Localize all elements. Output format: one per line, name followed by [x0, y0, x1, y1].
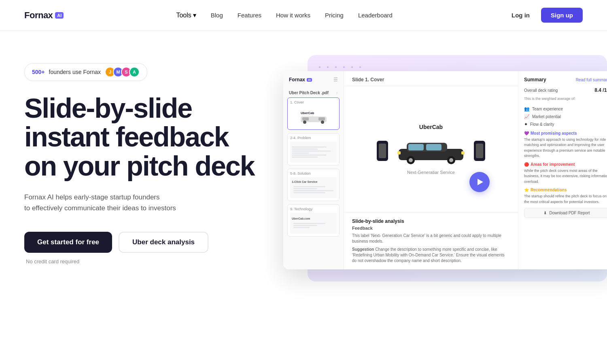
metric-market: 📈 Market potential — [524, 114, 607, 119]
preview-sidebar: Fornax AI ☰ Uber Pitch Deck .pdf ↑ 1. Co… — [283, 71, 344, 269]
thumb-line — [292, 154, 327, 156]
nav-links: Tools ▾ Blog Features How it works Prici… — [176, 11, 393, 19]
thumb-24-inner — [290, 142, 337, 163]
thumb-line — [293, 192, 325, 193]
slide-caption: Next-Generatiar Service — [407, 170, 455, 175]
svg-rect-41 — [426, 144, 441, 150]
badge-word: founders use Fornax — [49, 69, 101, 75]
logo: Fornax AI — [24, 10, 64, 21]
navbar: Fornax AI Tools ▾ Blog Features How it w… — [0, 0, 607, 31]
svg-point-37 — [321, 121, 324, 124]
svg-point-36 — [303, 121, 306, 124]
recommend-title: ⭐ Recommendations — [524, 188, 607, 192]
uber-cab-title: UberCab — [419, 124, 443, 130]
upload-icon: ↑ — [336, 91, 338, 95]
nav-item-pricing[interactable]: Pricing — [325, 12, 344, 19]
thumb-line — [292, 150, 331, 152]
download-button[interactable]: ⬇ Download PDF Report — [524, 208, 607, 218]
avatar-4: A — [129, 67, 140, 77]
most-promising-title: 💜 Most promising aspects — [524, 131, 607, 135]
svg-point-2 — [335, 66, 337, 68]
slide-content: UberCab — [344, 86, 518, 212]
get-started-button[interactable]: Get started for free — [24, 232, 112, 253]
metric-flow: ✦ Flow & clarity — [524, 122, 607, 127]
hero-headline: Slide-by-slide instant feedback on your … — [24, 94, 267, 180]
team-icon: 👥 — [524, 106, 530, 112]
slide-thumb-24[interactable]: 2-4. Problem — [287, 133, 340, 165]
svg-point-0 — [319, 66, 320, 68]
nav-item-tools[interactable]: Tools ▾ — [176, 11, 196, 19]
download-icon: ⬇ — [543, 211, 547, 215]
metric-team: 👥 Team experience — [524, 106, 607, 112]
hero-subtext: Fornax AI helps early-stage startup foun… — [24, 192, 267, 214]
read-full-link[interactable]: Read full summary — [576, 78, 607, 82]
nav-item-features[interactable]: Features — [238, 12, 261, 19]
slide-header: Slide 1. Cover — [344, 71, 518, 86]
preview-main: Slide 1. Cover UberCab — [344, 71, 518, 269]
thumb-cover-inner: UberCab — [290, 106, 337, 127]
analysis-title: Slide-by-slide analysis — [352, 218, 510, 224]
menu-icon: ☰ — [333, 77, 338, 83]
suggestion-text: Suggestion Change the description to som… — [352, 247, 510, 264]
summary-title: Summary — [524, 77, 546, 83]
nav-item-how-it-works[interactable]: How it works — [276, 12, 310, 19]
most-promising-text: The startup's approach to using technolo… — [524, 137, 607, 159]
phone-icon-right — [474, 141, 485, 161]
thumb-line — [293, 188, 317, 189]
logo-ai-badge: AI — [55, 12, 64, 19]
thumb-lines-9 — [292, 221, 335, 230]
rating-score: 8.4 /10 — [594, 87, 607, 93]
feedback-panel: Slide-by-slide analysis Feedback This la… — [344, 212, 518, 269]
overall-rating: Overall deck rating 8.4 /10 — [524, 87, 607, 93]
svg-rect-35 — [318, 117, 325, 121]
phone-icon-left — [377, 141, 388, 161]
login-button[interactable]: Log in — [505, 8, 536, 22]
thumb-9-content: UberCab.com — [290, 216, 337, 231]
recommend-text: The startup should refine the pitch deck… — [524, 194, 607, 205]
summary-panel: Summary Read full summary Overall deck r… — [518, 71, 607, 269]
svg-point-45 — [449, 158, 453, 162]
thumb-line — [292, 146, 327, 148]
flow-icon: ✦ — [524, 122, 528, 127]
svg-point-4 — [351, 66, 353, 68]
thumb-car-svg: UberCab — [297, 108, 330, 125]
slide-thumb-9[interactable]: 9. Technology UberCab.com — [287, 204, 340, 237]
thumb-line — [293, 186, 325, 187]
svg-point-43 — [409, 158, 413, 162]
svg-point-1 — [327, 66, 329, 68]
hero-buttons: Get started for free Uber deck analysis — [24, 232, 267, 253]
thumb-9-inner: UberCab.com — [290, 213, 337, 234]
svg-rect-47 — [397, 151, 401, 154]
suggestion-label: Suggestion — [352, 247, 374, 252]
slide-car-area — [377, 137, 485, 165]
play-button[interactable] — [469, 172, 490, 192]
nav-item-leaderboard[interactable]: Leaderboard — [358, 12, 393, 19]
thumb-58-content: 1-Click Car Service — [290, 179, 337, 197]
svg-point-3 — [343, 66, 345, 68]
areas-title: 🔴 Areas for improvement — [524, 162, 607, 167]
svg-rect-46 — [461, 151, 465, 154]
thumb-lines-24 — [290, 145, 337, 159]
thumb-line — [293, 223, 325, 224]
chevron-down-icon: ▾ — [193, 11, 196, 19]
rating-desc: This is the weighted average of: — [524, 96, 607, 102]
thumb-line — [293, 225, 317, 226]
phone-screen-right — [476, 144, 483, 158]
slide-thumb-1[interactable]: 1. Cover UberCab — [287, 97, 340, 130]
uber-deck-button[interactable]: Uber deck analysis — [119, 232, 208, 253]
thumb-58-inner: 1-Click Car Service — [290, 177, 337, 198]
signup-button[interactable]: Sign up — [541, 8, 583, 23]
thumb-58-title: 1-Click Car Service — [292, 180, 335, 183]
nav-item-blog[interactable]: Blog — [211, 12, 223, 19]
slide-thumb-58[interactable]: 5-8. Solution 1-Click Car Service — [287, 169, 340, 201]
feedback-subtitle: Feedback — [352, 226, 510, 231]
recommend-icon: ⭐ — [524, 188, 529, 192]
hero-left: 500+ founders use Fornax J M S A Slide-b… — [24, 55, 267, 265]
badge-count: 500+ — [32, 69, 45, 75]
no-card-text: No credit card required — [26, 258, 267, 265]
suggestion-body: Change the description to something more… — [352, 247, 505, 263]
play-triangle-icon — [478, 179, 483, 185]
svg-rect-40 — [408, 144, 424, 150]
logo-text: Fornax — [24, 10, 53, 21]
feedback-body: This label 'Next- Generation Car Service… — [352, 233, 510, 244]
